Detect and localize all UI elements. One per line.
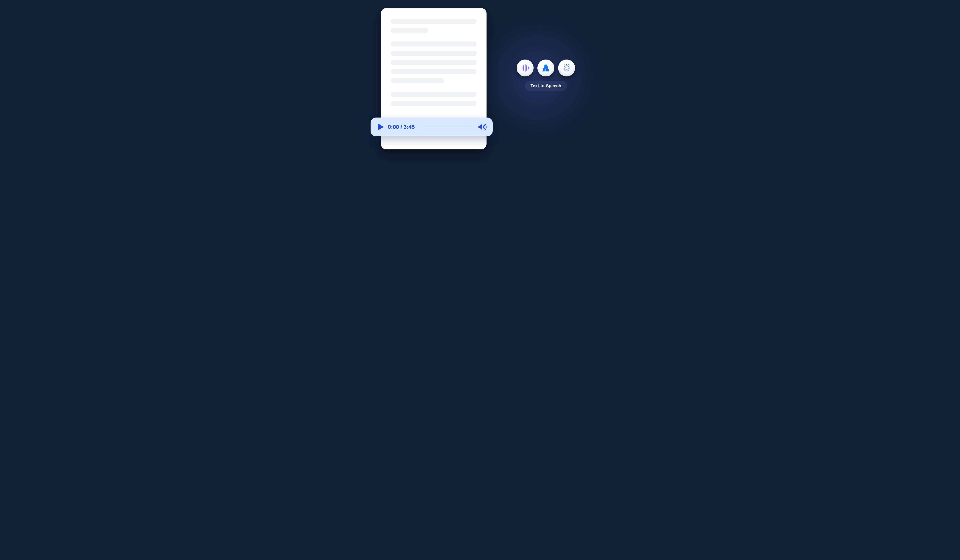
text-line <box>391 19 477 24</box>
time-display: 0:00 / 3:45 <box>388 124 415 130</box>
watson-icon <box>558 59 575 77</box>
play-button[interactable] <box>378 124 384 130</box>
azure-icon <box>538 59 554 77</box>
tts-services: Text-to-Speech <box>517 59 575 91</box>
time-separator: / <box>399 124 403 130</box>
svg-line-8 <box>565 64 565 65</box>
tts-label: Text-to-Speech <box>525 81 567 91</box>
service-icons-row <box>517 59 575 77</box>
volume-button[interactable] <box>478 123 486 131</box>
text-line <box>391 78 444 83</box>
text-line <box>391 42 477 46</box>
paragraph <box>391 19 477 33</box>
paragraph <box>391 92 477 106</box>
text-line <box>391 28 428 33</box>
svg-line-9 <box>568 64 568 65</box>
text-line <box>391 101 477 106</box>
text-line <box>391 51 477 56</box>
total-time: 3:45 <box>403 124 415 130</box>
audio-player: 0:00 / 3:45 <box>371 118 493 136</box>
current-time: 0:00 <box>388 124 399 130</box>
waveform-icon <box>517 59 534 77</box>
svg-point-5 <box>564 66 569 71</box>
text-line <box>391 60 477 65</box>
seek-track[interactable] <box>422 127 472 127</box>
text-line <box>391 92 477 97</box>
text-line <box>391 69 477 74</box>
paragraph <box>391 42 477 83</box>
